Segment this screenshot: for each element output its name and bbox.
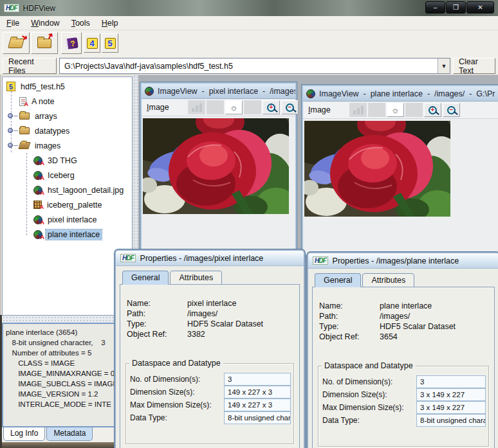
rose-image	[304, 121, 450, 217]
close-button[interactable]: ✕	[466, 1, 494, 13]
tree-item[interactable]: Iceberg	[3, 168, 132, 183]
maxdims-field[interactable]: 3 x 149 x 227	[416, 401, 486, 414]
zoom-in-button[interactable]: +	[424, 103, 441, 117]
maximize-button[interactable]: ❐	[446, 1, 466, 13]
tree-item[interactable]: hst_lagoon_detail.jpg	[3, 183, 132, 197]
open-file-button[interactable]: ➔	[3, 32, 30, 54]
tree-item[interactable]: 3D THG	[3, 153, 132, 168]
tree-item[interactable]: datatypes	[3, 123, 132, 138]
imageview2-titlebar[interactable]: ImageView - plane interlace - /images/ -…	[303, 86, 498, 102]
file-path-value: G:\Projects\Java\hdf-java\samples\hdf5_t…	[60, 62, 438, 71]
app-titlebar[interactable]: HDF HDFView – ❐ ✕	[0, 0, 498, 16]
zoom-out-button[interactable]: −	[443, 103, 460, 117]
image-icon	[33, 215, 42, 224]
dims-field[interactable]: 149 x 227 x 3	[224, 386, 291, 399]
palette-button	[368, 103, 385, 117]
brightness-icon: ☼	[230, 103, 238, 112]
imageview2-toolbar: Image ☼ + −	[303, 102, 498, 119]
close-file-button[interactable]: ➔	[31, 32, 58, 54]
menu-window[interactable]: Window	[31, 19, 59, 28]
tree-expand-knob[interactable]	[8, 128, 13, 133]
brightness-button[interactable]: ☼	[225, 100, 243, 114]
combobox-dropdown-arrow[interactable]: ▼	[438, 58, 450, 73]
tab-metadata[interactable]: Metadata	[46, 427, 93, 441]
image-globe-icon	[145, 87, 154, 96]
hdf5-library-button[interactable]: 5	[102, 33, 118, 53]
rose-image	[143, 118, 289, 214]
zoom-in-icon: +	[267, 103, 275, 112]
zoom-out-icon: −	[447, 106, 456, 114]
tab-attributes[interactable]: Attributes	[170, 271, 222, 285]
tab-general[interactable]: General	[122, 271, 169, 285]
menu-help[interactable]: Help	[102, 19, 118, 28]
tree-item[interactable]: plane interlace	[3, 227, 132, 242]
hdf-logo-icon: HDF	[313, 256, 328, 265]
tree-item[interactable]: 5 hdf5_test.h5	[3, 79, 132, 94]
clear-text-button[interactable]: Clear Text	[453, 58, 495, 74]
palette-button	[207, 100, 224, 114]
tree-item[interactable]: A note	[3, 94, 132, 109]
dims-field[interactable]: 3 x 149 x 227	[416, 388, 486, 401]
menu-file[interactable]: File	[6, 19, 19, 28]
contrast-button	[244, 100, 261, 114]
dtype-field[interactable]: 8-bit unsigned character	[416, 414, 486, 427]
folder-icon	[19, 112, 30, 120]
object-ref-label: Object Ref:	[319, 332, 360, 341]
bottom-tabs: Log Info Metadata	[2, 427, 93, 442]
dataspace-group: Dataspace and Datatype No. of Dimension(…	[318, 366, 489, 447]
imageview1-titlebar[interactable]: ImageView - pixel interlace - /images/ -	[142, 84, 295, 99]
name-label: Name:	[319, 301, 343, 310]
ndims-field[interactable]: 3	[416, 375, 486, 388]
image-menu[interactable]: Image	[308, 105, 331, 114]
image-globe-icon	[306, 89, 315, 98]
hdf4-icon: 4	[87, 38, 98, 49]
tab-general[interactable]: General	[315, 273, 361, 287]
maxdims-label: Max Dimension Size(s):	[130, 400, 212, 409]
histogram-icon	[353, 106, 364, 114]
imageview1-title: ImageView - pixel interlace - /images/ -	[158, 87, 295, 96]
maxdims-field[interactable]: 149 x 227 x 3	[224, 399, 291, 411]
zoom-out-button[interactable]: −	[281, 100, 299, 114]
name-value: pixel interlace	[187, 299, 236, 308]
window-controls: – ❐ ✕	[425, 1, 494, 13]
ndims-field[interactable]: 3	[224, 373, 291, 386]
recent-files-button[interactable]: Recent Files	[3, 58, 57, 74]
ndims-label: No. of Dimension(s):	[130, 375, 200, 384]
window-bottom-edge	[0, 442, 125, 448]
properties2-titlebar[interactable]: HDF Properties - /images/plane interlace	[308, 253, 498, 269]
metadata-panel: plane interlace (3654) 8-bit unsigned ch…	[2, 323, 133, 427]
tree-expand-knob[interactable]	[8, 113, 13, 118]
tree-item[interactable]: images	[3, 138, 132, 153]
hdf4-library-button[interactable]: 4	[84, 33, 100, 53]
hdf5-file-icon: 5	[6, 82, 15, 91]
dtype-field[interactable]: 8-bit unsigned character	[224, 411, 291, 424]
properties1-titlebar[interactable]: HDF Properties - /images/pixel interlace	[116, 251, 304, 266]
path-value: /images/	[187, 309, 217, 318]
tree-item[interactable]: pixel interlace	[3, 212, 132, 227]
histogram-icon	[192, 103, 202, 112]
tree-item[interactable]: arrays	[3, 109, 132, 123]
brightness-button[interactable]: ☼	[387, 103, 404, 117]
object-ref-value: 3382	[187, 330, 205, 339]
file-tree-panel: 5 hdf5_test.h5 A note arrays datatypes i…	[2, 76, 133, 316]
menu-tools[interactable]: Tools	[71, 19, 90, 28]
image-menu[interactable]: Image	[147, 103, 169, 112]
properties2-general-panel: Name:plane interlace Path:/images/ Type:…	[312, 287, 495, 448]
help-button[interactable]: ?	[61, 32, 82, 54]
image-icon	[33, 156, 42, 165]
tab-attributes[interactable]: Attributes	[362, 273, 414, 287]
dtype-label: Data Type:	[322, 416, 360, 425]
image-icon	[33, 186, 42, 195]
tree-item[interactable]: iceberg_palette	[3, 197, 132, 212]
file-path-combobox[interactable]: G:\Projects\Java\hdf-java\samples\hdf5_t…	[59, 58, 450, 74]
properties-dialog-pixel-interlace: HDF Properties - /images/pixel interlace…	[115, 249, 305, 448]
tab-log-info[interactable]: Log Info	[3, 427, 45, 441]
horizontal-splitter[interactable]	[2, 316, 133, 323]
folder-icon	[19, 127, 30, 134]
minimize-button[interactable]: –	[425, 1, 445, 13]
imageview2-content	[303, 120, 498, 255]
tree-expand-knob[interactable]	[8, 143, 13, 148]
imageview1-content	[142, 117, 295, 249]
app-title: HDFView	[23, 4, 55, 13]
zoom-in-button[interactable]: +	[263, 100, 280, 114]
